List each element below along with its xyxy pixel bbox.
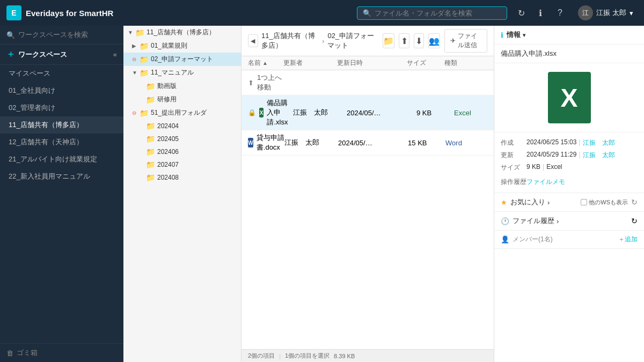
sidebar-item-ws2[interactable]: 02_管理者向け <box>0 99 123 116</box>
sidebar: 🔍 ワークスペースを検索 ＋ ワークスペース « マイスペース 01_全社員向け… <box>0 26 123 362</box>
tree-item-t2[interactable]: ⊖ 📁 02_申請フォーマット <box>123 53 241 66</box>
tree-item-t8[interactable]: 📁 202405 <box>123 132 241 145</box>
user-name: 江振 太郎 <box>596 8 626 18</box>
info-chevron-icon: ▾ <box>523 32 525 38</box>
search-input[interactable] <box>375 9 501 17</box>
history-chevron-icon: › <box>557 217 559 225</box>
sidebar-item-ws1[interactable]: 01_全社員向け <box>0 82 123 99</box>
tree-root-label: 11_店舗共有（博多店） <box>147 28 215 37</box>
tree-folder-icon: 📁 <box>140 55 149 64</box>
user-menu[interactable]: 江 江振 太郎 ▾ <box>574 3 638 23</box>
excel-thumb-icon: X <box>560 83 577 113</box>
meta-updated-date: 2024/05/29 11:29 <box>526 151 576 160</box>
file-list-header: 名前 ▲ 更新者 更新日時 サイズ 種類 <box>241 56 494 70</box>
breadcrumb-parent: 11_店舗共有（博多店） <box>261 31 319 50</box>
file-row-word[interactable]: W 貸与申請書.docx 江振 太郎 2024/05/… 15 KB Word <box>241 130 494 156</box>
user-chevron-icon: ▾ <box>630 9 633 17</box>
tree-item-t9[interactable]: 📁 202406 <box>123 145 241 158</box>
meta-created-by: 江振 太郎 <box>583 138 615 147</box>
member-label: メンバー(1名) <box>513 235 615 244</box>
breadcrumb-separator: › <box>322 37 324 45</box>
tree-item-t3[interactable]: ▼ 📁 11_マニュアル <box>123 66 241 79</box>
meta-filetype-value: Excel <box>546 163 562 172</box>
tree-item-t7[interactable]: 📁 202404 <box>123 120 241 132</box>
history-label: ファイル履歴 › <box>513 216 628 226</box>
col-updated-at[interactable]: 更新日時 <box>337 58 407 68</box>
sidebar-item-myspace[interactable]: マイスペース <box>0 65 123 82</box>
col-updater[interactable]: 更新者 <box>283 58 337 68</box>
refresh-icon[interactable]: ↻ <box>514 5 529 20</box>
collapse-icon[interactable]: « <box>113 50 117 58</box>
file-updater-excel: 江振 太郎 <box>293 108 347 117</box>
new-folder-button[interactable]: 📁 <box>383 33 394 48</box>
tree-folder-icon: 📁 <box>146 135 155 143</box>
main-layout: 🔍 ワークスペースを検索 ＋ ワークスペース « マイスペース 01_全社員向け… <box>0 26 644 362</box>
trash-button[interactable]: 🗑 ゴミ箱 <box>0 343 123 362</box>
word-icon: W <box>248 138 253 147</box>
col-type[interactable]: 種類 <box>444 58 487 68</box>
file-updated-excel: 2024/05/… <box>347 109 416 117</box>
info-panel-icon: ℹ <box>501 31 503 39</box>
tree-folder-icon: 📁 <box>146 147 155 156</box>
upload-button[interactable]: ⬆ <box>399 33 409 48</box>
tree-folder-icon: 📁 <box>140 109 149 117</box>
tree-item-t11[interactable]: 📁 202408 <box>123 171 241 184</box>
add-workspace-icon[interactable]: ＋ <box>6 49 15 60</box>
info-panel-header[interactable]: ℹ 情報 ▾ <box>494 26 644 45</box>
history-section[interactable]: 🕐 ファイル履歴 › ↻ <box>494 212 644 231</box>
file-size-excel: 9 KB <box>416 109 454 117</box>
sidebar-search[interactable]: 🔍 ワークスペースを検索 <box>0 26 123 45</box>
file-row-excel[interactable]: 🔒 X 備品購入申請.xlsx 江振 太郎 2024/05/… 9 KB Exc… <box>241 95 494 130</box>
workspace-header: ＋ ワークスペース « <box>0 45 123 65</box>
status-size: 8.39 KB <box>334 353 355 359</box>
nav-up-icon: ⬆ <box>248 79 254 87</box>
tree-item-t5[interactable]: 📁 研修用 <box>123 93 241 106</box>
history-clock-icon: 🕐 <box>501 217 509 225</box>
meta-created-date: 2024/06/25 15:03 <box>526 138 576 147</box>
sidebar-item-ws6[interactable]: 22_新入社員用マニュアル <box>0 168 123 185</box>
file-name-word: 貸与申請書.docx <box>257 133 284 152</box>
header-icons: ↻ ℹ ? <box>514 5 567 20</box>
favorite-section[interactable]: ★ お気に入り › 他のWSも表示 ↻ <box>494 193 644 212</box>
col-size[interactable]: サイズ <box>407 58 444 68</box>
trash-icon: 🗑 <box>6 349 13 357</box>
send-file-button[interactable]: ✈ ファイル送信 <box>444 29 487 53</box>
meta-memo-link[interactable]: ファイルメモ <box>526 178 565 187</box>
tree-item-t6[interactable]: ⊖ 📁 51_提出用フォルダ <box>123 106 241 120</box>
sidebar-item-ws5[interactable]: 21_アルバイト向け就業規定 <box>0 151 123 168</box>
tree-expand-icon: ▼ <box>132 70 137 76</box>
nav-up-row[interactable]: ⬆ 1つ上へ移動 <box>241 70 494 95</box>
lock-icon: 🔒 <box>248 109 256 116</box>
tree-item-t1[interactable]: ▶ 📁 01_就業規則 <box>123 39 241 53</box>
file-name-excel: 備品購入申請.xlsx <box>267 98 293 127</box>
nav-up-label: 1つ上へ移動 <box>257 73 283 92</box>
favorite-refresh-icon[interactable]: ↻ <box>631 198 638 206</box>
info-section-label: 情報 <box>507 30 521 40</box>
meta-updated-label: 更新 <box>501 151 526 160</box>
excel-preview: X <box>494 63 644 132</box>
sidebar-item-ws4[interactable]: 12_店舗共有（天神店） <box>0 134 123 151</box>
sidebar-item-ws3[interactable]: 11_店舗共有（博多店） <box>0 116 123 134</box>
col-name[interactable]: 名前 ▲ <box>248 58 283 68</box>
help-icon[interactable]: ? <box>552 5 567 20</box>
other-ws-option[interactable]: 他のWSも表示 <box>581 198 628 206</box>
tree-item-t4[interactable]: 📁 動画版 <box>123 79 241 93</box>
download-button[interactable]: ⬇ <box>414 33 424 48</box>
member-button[interactable]: 👥 <box>428 33 440 48</box>
right-panel: ℹ 情報 ▾ 備品購入申請.xlsx X 作成 2024/06/25 15:03… <box>494 26 644 362</box>
logo-icon: E <box>6 5 21 20</box>
member-section[interactable]: 👤 メンバー(1名) ＋追加 <box>494 231 644 249</box>
other-ws-checkbox[interactable] <box>581 199 587 205</box>
tree-folder-icon: 📁 <box>135 28 144 37</box>
tree-root[interactable]: ▼ 📁 11_店舗共有（博多店） <box>123 26 241 39</box>
tree-folder-icon: 📁 <box>146 82 155 91</box>
header-search[interactable]: 🔍 <box>357 6 507 20</box>
history-refresh-icon[interactable]: ↻ <box>631 217 638 225</box>
meta-operation-label: 操作履歴 <box>501 178 526 187</box>
add-member-button[interactable]: ＋追加 <box>618 235 638 244</box>
nav-back-button[interactable]: ◀ <box>248 34 258 47</box>
info-icon[interactable]: ℹ <box>533 5 548 20</box>
tree-item-t10[interactable]: 📁 202407 <box>123 158 241 171</box>
excel-icon: X <box>259 108 264 117</box>
info-toggle[interactable]: 情報 ▾ <box>507 30 525 40</box>
